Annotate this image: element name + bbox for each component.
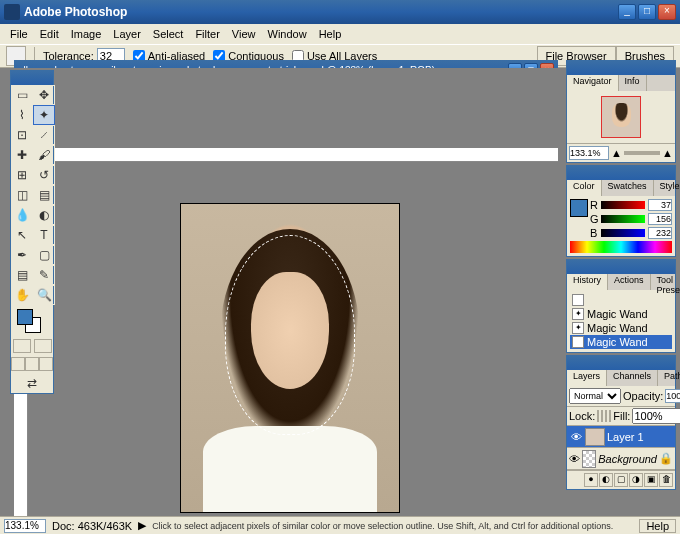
g-slider[interactable]: [601, 215, 645, 223]
blur-tool[interactable]: 💧: [11, 205, 33, 225]
g-input[interactable]: [648, 213, 672, 225]
navigator-thumbnail[interactable]: [601, 96, 641, 138]
navigator-zoom-slider[interactable]: [624, 151, 660, 155]
quickmask-off[interactable]: [13, 339, 31, 353]
color-titlebar[interactable]: [567, 166, 675, 180]
layer-name[interactable]: Background: [598, 453, 657, 465]
path-tool[interactable]: ↖: [11, 225, 33, 245]
layer-name[interactable]: Layer 1: [607, 431, 644, 443]
visibility-icon[interactable]: 👁: [569, 453, 580, 465]
color-spectrum[interactable]: [570, 241, 672, 253]
history-item[interactable]: ✦Magic Wand: [570, 321, 672, 335]
pen-tool[interactable]: ✒: [11, 245, 33, 265]
b-slider[interactable]: [601, 229, 645, 237]
maximize-button[interactable]: □: [638, 4, 656, 20]
magic-wand-tool[interactable]: ✦: [33, 105, 55, 125]
lock-pixels[interactable]: [601, 410, 603, 422]
eyedropper-tool[interactable]: ✎: [33, 265, 55, 285]
opacity-input[interactable]: [665, 389, 680, 403]
navigator-zoom-input[interactable]: [569, 146, 609, 160]
eraser-tool[interactable]: ◫: [11, 185, 33, 205]
screen-fullmenu[interactable]: [25, 357, 39, 371]
tab-color[interactable]: Color: [567, 180, 602, 196]
screen-standard[interactable]: [11, 357, 25, 371]
tab-layers[interactable]: Layers: [567, 370, 607, 386]
crop-tool[interactable]: ⊡: [11, 125, 33, 145]
menu-edit[interactable]: Edit: [34, 26, 65, 42]
layer-row[interactable]: 👁 Layer 1: [567, 426, 675, 448]
layer-thumbnail[interactable]: [585, 428, 605, 446]
status-zoom-input[interactable]: [4, 519, 46, 533]
minimize-button[interactable]: _: [618, 4, 636, 20]
adjustment-layer-button[interactable]: ◑: [629, 473, 643, 487]
tab-channels[interactable]: Channels: [607, 370, 658, 386]
layers-titlebar[interactable]: [567, 356, 675, 370]
lock-transparency[interactable]: [597, 410, 599, 422]
r-slider[interactable]: [601, 201, 645, 209]
menu-filter[interactable]: Filter: [189, 26, 225, 42]
layer-thumbnail[interactable]: [582, 450, 596, 468]
tab-paths[interactable]: Paths: [658, 370, 680, 386]
zoom-tool[interactable]: 🔍: [33, 285, 55, 305]
history-item[interactable]: ✦Magic Wand: [570, 307, 672, 321]
lock-all[interactable]: [609, 410, 611, 422]
stamp-tool[interactable]: ⊞: [11, 165, 33, 185]
menu-image[interactable]: Image: [65, 26, 108, 42]
menu-layer[interactable]: Layer: [107, 26, 147, 42]
jump-to-imageready[interactable]: ⇄: [11, 373, 53, 393]
lasso-tool[interactable]: ⌇: [11, 105, 33, 125]
history-titlebar[interactable]: [567, 260, 675, 274]
layer-set-button[interactable]: ▢: [614, 473, 628, 487]
history-brush-tool[interactable]: ↺: [33, 165, 55, 185]
healing-tool[interactable]: ✚: [11, 145, 33, 165]
status-doc-size[interactable]: Doc: 463K/463K: [52, 520, 132, 532]
status-arrow-icon[interactable]: ▶: [138, 519, 146, 532]
tab-toolpresets[interactable]: Tool Presets: [651, 274, 680, 290]
zoom-out-icon[interactable]: ▲: [611, 147, 622, 159]
fill-input[interactable]: [632, 408, 680, 424]
quickmask-on[interactable]: [34, 339, 52, 353]
shape-tool[interactable]: ▢: [33, 245, 55, 265]
r-input[interactable]: [648, 199, 672, 211]
new-layer-button[interactable]: ▣: [644, 473, 658, 487]
brush-tool[interactable]: 🖌: [33, 145, 55, 165]
hand-tool[interactable]: ✋: [11, 285, 33, 305]
history-snapshot[interactable]: [570, 293, 672, 307]
slice-tool[interactable]: ⟋: [33, 125, 55, 145]
ruler-horizontal[interactable]: [14, 148, 558, 162]
tab-history[interactable]: History: [567, 274, 608, 290]
marquee-tool[interactable]: ▭: [11, 85, 33, 105]
menu-select[interactable]: Select: [147, 26, 190, 42]
b-input[interactable]: [648, 227, 672, 239]
menu-file[interactable]: File: [4, 26, 34, 42]
history-item[interactable]: ✦Magic Wand: [570, 335, 672, 349]
menu-window[interactable]: Window: [262, 26, 313, 42]
tab-navigator[interactable]: Navigator: [567, 75, 619, 91]
lock-position[interactable]: [605, 410, 607, 422]
layer-style-button[interactable]: ●: [584, 473, 598, 487]
screen-full[interactable]: [39, 357, 53, 371]
blend-mode-select[interactable]: Normal: [569, 388, 621, 404]
status-help-button[interactable]: Help: [639, 519, 676, 533]
gradient-tool[interactable]: ▤: [33, 185, 55, 205]
canvas[interactable]: [180, 203, 400, 513]
color-swatches[interactable]: [11, 305, 53, 337]
menu-help[interactable]: Help: [313, 26, 348, 42]
move-tool[interactable]: ✥: [33, 85, 55, 105]
navigator-titlebar[interactable]: [567, 61, 675, 75]
tab-swatches[interactable]: Swatches: [602, 180, 654, 196]
dodge-tool[interactable]: ◐: [33, 205, 55, 225]
toolbox-titlebar[interactable]: [11, 71, 53, 85]
type-tool[interactable]: T: [33, 225, 55, 245]
notes-tool[interactable]: ▤: [11, 265, 33, 285]
tab-actions[interactable]: Actions: [608, 274, 651, 290]
delete-layer-button[interactable]: 🗑: [659, 473, 673, 487]
menu-view[interactable]: View: [226, 26, 262, 42]
zoom-in-icon[interactable]: ▲: [662, 147, 673, 159]
layer-mask-button[interactable]: ◐: [599, 473, 613, 487]
close-button[interactable]: ×: [658, 4, 676, 20]
layer-row[interactable]: 👁 Background 🔒: [567, 448, 675, 470]
tab-styles[interactable]: Styles: [654, 180, 680, 196]
tab-info[interactable]: Info: [619, 75, 647, 91]
visibility-icon[interactable]: 👁: [569, 431, 583, 443]
